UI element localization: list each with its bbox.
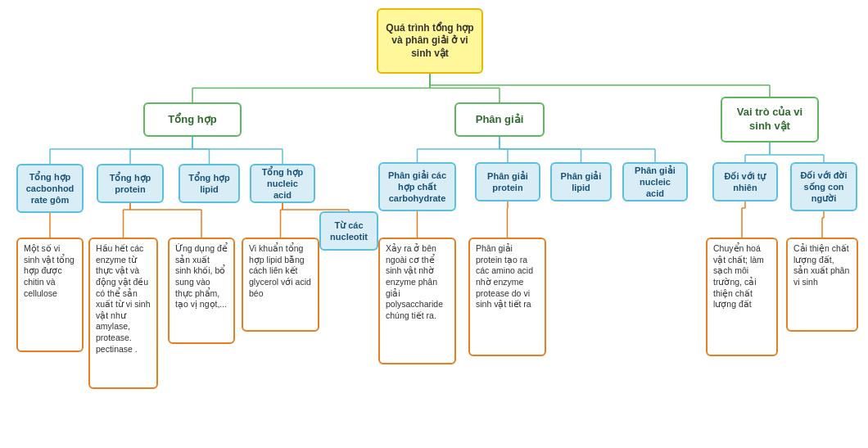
vaitro-label: Vai trò của vi sinh vật: [728, 106, 811, 133]
level3-nucleic: Vi khuẩn tổng hợp lipid bằng cách liên k…: [242, 238, 319, 332]
level3-carbonhod: Một số vi sinh vật tổng hợp được chitin …: [16, 238, 84, 352]
level2-th-nucleic: Tổng hợp nucleic acid: [250, 164, 315, 203]
level2-pg-protein: Phân giải protein: [475, 162, 540, 201]
level3-protein1: Hầu hết các enzyme từ thực vật và động v…: [88, 238, 158, 389]
level2-th-lipid: Tổng hợp lipid: [179, 164, 240, 203]
level2-vt-tunhien: Đối với tự nhiên: [712, 162, 778, 201]
level2-th-carbonhod: Tổng hợp cacbonhod rate gôm: [16, 164, 84, 213]
tonghop-label: Tổng hợp: [168, 113, 216, 127]
level3-vt-tunhien: Chuyển hoá vật chất; làm sạch môi trường…: [706, 238, 778, 356]
level1-vaitro: Vai trò của vi sinh vật: [721, 97, 819, 143]
root-label: Quá trình tổng hợp và phân giải ở vi sin…: [384, 22, 476, 61]
level2-pg-hophchat: Phân giải các hợp chất carbohydrate: [378, 162, 456, 211]
level2-vt-conguoi: Đối với đời sống con người: [790, 162, 857, 211]
diagram-container: Quá trình tổng hợp và phân giải ở vi sin…: [0, 0, 868, 448]
level1-phanngiai: Phân giải: [454, 102, 545, 137]
phanngiai-label: Phân giải: [476, 113, 524, 127]
level2-pg-nucleic: Phân giải nucleic acid: [622, 162, 688, 201]
level2-pg-lipid: Phân giải lipid: [550, 162, 612, 201]
level3-nucleotit: Từ các nucleotit: [319, 211, 378, 251]
level3-pg-hophchat: Xảy ra ở bên ngoài cơ thể sinh vật nhờ e…: [378, 238, 456, 364]
level1-tonghop: Tổng hợp: [143, 102, 242, 137]
root-node: Quá trình tổng hợp và phân giải ở vi sin…: [377, 8, 483, 74]
level3-vt-conguoi: Cải thiện chất lượng đất, sản xuất phân …: [786, 238, 858, 332]
level2-th-protein: Tổng hợp protein: [97, 164, 164, 203]
level3-protein2: Ứng dụng để sản xuất sinh khối, bổ sung …: [168, 238, 235, 344]
level3-pg-protein: Phân giải protein tạo ra các amino acid …: [468, 238, 546, 356]
